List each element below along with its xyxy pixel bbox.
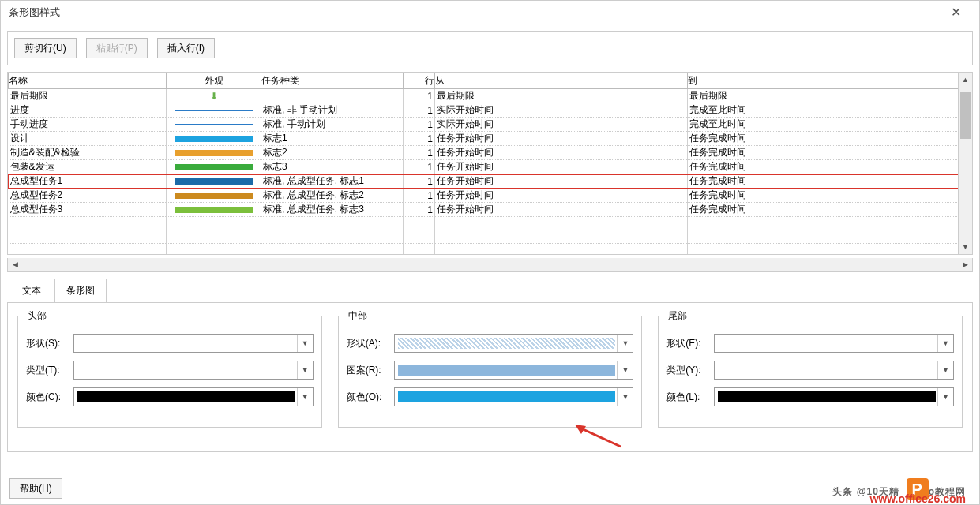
head-color-label: 颜色(C): bbox=[26, 391, 69, 404]
head-legend: 头部 bbox=[24, 309, 50, 323]
footer: 帮助(H) bbox=[0, 472, 980, 505]
tail-shape-combo[interactable]: ▼ bbox=[714, 334, 954, 353]
head-type-label: 类型(T): bbox=[26, 364, 69, 377]
insert-row-button[interactable]: 插入行(I) bbox=[157, 38, 215, 58]
paste-row-button: 粘贴行(P) bbox=[86, 38, 148, 58]
mid-legend: 中部 bbox=[345, 309, 370, 323]
tail-color-combo[interactable]: ▼ bbox=[714, 387, 954, 406]
mid-shape-combo[interactable]: ▼ bbox=[394, 334, 634, 353]
tab-text[interactable]: 文本 bbox=[10, 279, 53, 302]
chevron-down-icon: ▼ bbox=[937, 335, 953, 352]
mid-shape-label: 形状(A): bbox=[347, 337, 389, 350]
close-icon[interactable]: ✕ bbox=[940, 5, 971, 20]
mid-fieldset: 中部 形状(A): ▼ 图案(R): ▼ 颜色(O): ▼ bbox=[338, 316, 643, 428]
color-swatch bbox=[77, 391, 295, 402]
bar-styles-grid: 名称 外观 任务种类 行 从 到 最后期限⬇1最后期限最后期限进度标准, 非 手… bbox=[7, 72, 973, 255]
table-row[interactable]: 设计标志11任务开始时间任务完成时间 bbox=[9, 132, 972, 146]
mid-color-label: 颜色(O): bbox=[347, 391, 389, 404]
tail-type-combo[interactable]: ▼ bbox=[714, 361, 954, 380]
watermark-url: www.office26.com bbox=[869, 492, 966, 505]
header-from[interactable]: 从 bbox=[435, 73, 688, 89]
tab-bar: 文本 条形图 bbox=[10, 279, 973, 302]
scroll-thumb[interactable] bbox=[960, 92, 971, 139]
table-row[interactable]: 总成型任务1标准, 总成型任务, 标志11任务开始时间任务完成时间 bbox=[9, 174, 972, 189]
head-type-combo[interactable]: ▼ bbox=[73, 361, 314, 380]
header-type[interactable]: 任务种类 bbox=[261, 73, 404, 89]
chevron-down-icon: ▼ bbox=[297, 335, 313, 352]
scroll-right-icon[interactable]: ▶ bbox=[958, 258, 972, 271]
tab-bar-chart[interactable]: 条形图 bbox=[54, 279, 107, 302]
head-shape-combo[interactable]: ▼ bbox=[73, 334, 314, 353]
tail-fieldset: 尾部 形状(E): ▼ 类型(Y): ▼ 颜色(L): ▼ bbox=[658, 316, 963, 428]
tail-color-label: 颜色(L): bbox=[666, 391, 709, 404]
scroll-left-icon[interactable]: ◀ bbox=[8, 258, 22, 271]
tail-type-label: 类型(Y): bbox=[666, 364, 709, 377]
tail-shape-label: 形状(E): bbox=[666, 337, 709, 350]
color-swatch bbox=[718, 391, 936, 402]
head-color-combo[interactable]: ▼ bbox=[73, 387, 314, 406]
table-row[interactable]: 总成型任务3标准, 总成型任务, 标志31任务开始时间任务完成时间 bbox=[9, 203, 972, 217]
table-row[interactable]: 手动进度标准, 手动计划1实际开始时间完成至此时间 bbox=[9, 118, 972, 132]
table-row[interactable]: 总成型任务2标准, 总成型任务, 标志21任务开始时间任务完成时间 bbox=[9, 189, 972, 203]
header-name[interactable]: 名称 bbox=[9, 73, 167, 89]
chevron-down-icon: ▼ bbox=[937, 361, 953, 379]
head-shape-label: 形状(S): bbox=[26, 337, 69, 350]
grid-table[interactable]: 名称 外观 任务种类 行 从 到 最后期限⬇1最后期限最后期限进度标准, 非 手… bbox=[8, 73, 972, 254]
chevron-down-icon: ▼ bbox=[297, 388, 313, 406]
pattern-preview bbox=[398, 365, 616, 376]
cut-row-button[interactable]: 剪切行(U) bbox=[14, 38, 77, 58]
chevron-down-icon: ▼ bbox=[617, 361, 633, 379]
mid-pattern-label: 图案(R): bbox=[347, 364, 389, 377]
table-row[interactable]: 包装&发运标志31任务开始时间任务完成时间 bbox=[9, 160, 972, 174]
chevron-down-icon: ▼ bbox=[617, 335, 633, 352]
table-row[interactable]: 进度标准, 非 手动计划1实际开始时间完成至此时间 bbox=[9, 103, 972, 118]
scroll-down-icon[interactable]: ▼ bbox=[959, 240, 972, 254]
tail-legend: 尾部 bbox=[665, 309, 690, 323]
head-fieldset: 头部 形状(S): ▼ 类型(T): ▼ 颜色(C): ▼ bbox=[17, 316, 322, 428]
header-row[interactable]: 行 bbox=[404, 73, 435, 89]
help-button[interactable]: 帮助(H) bbox=[9, 478, 62, 499]
table-row[interactable]: 制造&装配&检验标志21任务开始时间任务完成时间 bbox=[9, 146, 972, 160]
bar-format-panel: 头部 形状(S): ▼ 类型(T): ▼ 颜色(C): ▼ 中部 形状(A): … bbox=[7, 302, 973, 452]
shape-preview bbox=[398, 338, 616, 349]
horizontal-scrollbar[interactable]: ◀ ▶ bbox=[7, 258, 973, 272]
chevron-down-icon: ▼ bbox=[617, 388, 633, 406]
titlebar: 条形图样式 ✕ bbox=[1, 1, 979, 24]
header-to[interactable]: 到 bbox=[688, 73, 972, 89]
chevron-down-icon: ▼ bbox=[937, 388, 953, 406]
chevron-down-icon: ▼ bbox=[297, 361, 313, 379]
scroll-up-icon[interactable]: ▲ bbox=[959, 73, 972, 87]
dialog-window: 条形图样式 ✕ 剪切行(U) 粘贴行(P) 插入行(I) 名称 外观 任务种类 … bbox=[0, 0, 980, 505]
header-look[interactable]: 外观 bbox=[167, 73, 261, 89]
vertical-scrollbar[interactable]: ▲ ▼ bbox=[958, 73, 972, 254]
window-title: 条形图样式 bbox=[9, 6, 940, 20]
toolbar: 剪切行(U) 粘贴行(P) 插入行(I) bbox=[7, 31, 973, 65]
mid-color-combo[interactable]: ▼ bbox=[394, 387, 634, 406]
mid-pattern-combo[interactable]: ▼ bbox=[394, 361, 634, 380]
table-row[interactable]: 最后期限⬇1最后期限最后期限 bbox=[9, 89, 972, 103]
color-swatch bbox=[398, 391, 616, 402]
